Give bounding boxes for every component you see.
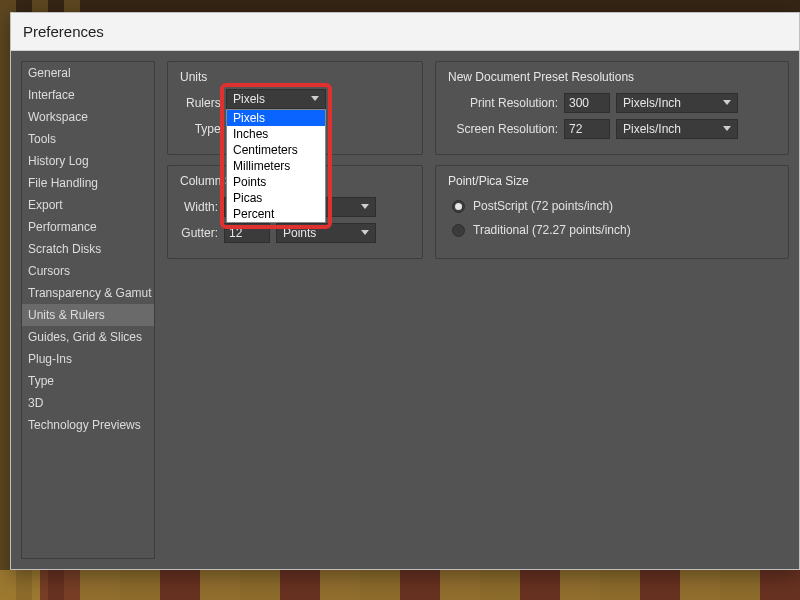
screen-resolution-unit-select[interactable]: Pixels/Inch bbox=[616, 119, 738, 139]
print-resolution-label: Print Resolution: bbox=[448, 96, 558, 110]
sidebar-item-plug-ins[interactable]: Plug-Ins bbox=[22, 348, 154, 370]
column-gutter-input[interactable] bbox=[224, 223, 270, 243]
sidebar-item-guides-grid-slices[interactable]: Guides, Grid & Slices bbox=[22, 326, 154, 348]
sidebar-item-units-rulers[interactable]: Units & Rulers bbox=[22, 304, 154, 326]
print-resolution-unit-value: Pixels/Inch bbox=[623, 96, 681, 110]
screen-resolution-label: Screen Resolution: bbox=[448, 122, 558, 136]
resolutions-group-title: New Document Preset Resolutions bbox=[448, 70, 776, 84]
units-group-title: Units bbox=[180, 70, 410, 84]
chevron-down-icon bbox=[311, 94, 321, 104]
postscript-radio[interactable] bbox=[452, 200, 465, 213]
screen-resolution-unit-value: Pixels/Inch bbox=[623, 122, 681, 136]
rulers-option-picas[interactable]: Picas bbox=[227, 190, 325, 206]
chevron-down-icon bbox=[361, 228, 371, 238]
type-label: Type: bbox=[180, 122, 224, 136]
sidebar-item-performance[interactable]: Performance bbox=[22, 216, 154, 238]
preferences-sidebar: GeneralInterfaceWorkspaceToolsHistory Lo… bbox=[21, 61, 155, 559]
sidebar-item-3d[interactable]: 3D bbox=[22, 392, 154, 414]
rulers-label: Rulers: bbox=[180, 96, 224, 110]
sidebar-item-export[interactable]: Export bbox=[22, 194, 154, 216]
dialog-title: Preferences bbox=[23, 23, 104, 40]
rulers-option-percent[interactable]: Percent bbox=[227, 206, 325, 222]
sidebar-item-interface[interactable]: Interface bbox=[22, 84, 154, 106]
print-resolution-unit-select[interactable]: Pixels/Inch bbox=[616, 93, 738, 113]
sidebar-item-transparency-gamut[interactable]: Transparency & Gamut bbox=[22, 282, 154, 304]
column-gutter-unit-value: Points bbox=[283, 226, 316, 240]
column-width-label: Width: bbox=[180, 200, 218, 214]
rulers-select-value: Pixels bbox=[233, 92, 265, 106]
sidebar-item-history-log[interactable]: History Log bbox=[22, 150, 154, 172]
preferences-main: Units Rulers: Type: Pixels bbox=[167, 61, 789, 559]
sidebar-item-type[interactable]: Type bbox=[22, 370, 154, 392]
rulers-dropdown-open: Pixels PixelsInchesCentimetersMillimeter… bbox=[226, 89, 326, 223]
column-gutter-unit-select[interactable]: Points bbox=[276, 223, 376, 243]
rulers-select[interactable]: Pixels bbox=[226, 89, 326, 109]
postscript-radio-row[interactable]: PostScript (72 points/inch) bbox=[448, 194, 776, 218]
point-pica-group-title: Point/Pica Size bbox=[448, 174, 776, 188]
sidebar-item-workspace[interactable]: Workspace bbox=[22, 106, 154, 128]
preferences-dialog: Preferences GeneralInterfaceWorkspaceToo… bbox=[10, 12, 800, 570]
rulers-option-inches[interactable]: Inches bbox=[227, 126, 325, 142]
chevron-down-icon bbox=[723, 124, 733, 134]
postscript-radio-label: PostScript (72 points/inch) bbox=[473, 199, 613, 213]
sidebar-item-file-handling[interactable]: File Handling bbox=[22, 172, 154, 194]
sidebar-item-tools[interactable]: Tools bbox=[22, 128, 154, 150]
sidebar-item-technology-previews[interactable]: Technology Previews bbox=[22, 414, 154, 436]
rulers-options-list[interactable]: PixelsInchesCentimetersMillimetersPoints… bbox=[226, 109, 326, 223]
dialog-body: GeneralInterfaceWorkspaceToolsHistory Lo… bbox=[11, 51, 799, 569]
rulers-option-millimeters[interactable]: Millimeters bbox=[227, 158, 325, 174]
traditional-radio-row[interactable]: Traditional (72.27 points/inch) bbox=[448, 218, 776, 242]
chevron-down-icon bbox=[361, 202, 371, 212]
rulers-option-points[interactable]: Points bbox=[227, 174, 325, 190]
chevron-down-icon bbox=[723, 98, 733, 108]
rulers-option-pixels[interactable]: Pixels bbox=[227, 110, 325, 126]
traditional-radio[interactable] bbox=[452, 224, 465, 237]
sidebar-item-cursors[interactable]: Cursors bbox=[22, 260, 154, 282]
resolutions-group: New Document Preset Resolutions Print Re… bbox=[435, 61, 789, 155]
sidebar-item-scratch-disks[interactable]: Scratch Disks bbox=[22, 238, 154, 260]
column-gutter-label: Gutter: bbox=[180, 226, 218, 240]
units-group: Units Rulers: Type: Pixels bbox=[167, 61, 423, 155]
traditional-radio-label: Traditional (72.27 points/inch) bbox=[473, 223, 631, 237]
point-pica-group: Point/Pica Size PostScript (72 points/in… bbox=[435, 165, 789, 259]
screen-resolution-input[interactable] bbox=[564, 119, 610, 139]
print-resolution-input[interactable] bbox=[564, 93, 610, 113]
sidebar-item-general[interactable]: General bbox=[22, 62, 154, 84]
dialog-titlebar: Preferences bbox=[11, 13, 799, 51]
rulers-option-centimeters[interactable]: Centimeters bbox=[227, 142, 325, 158]
